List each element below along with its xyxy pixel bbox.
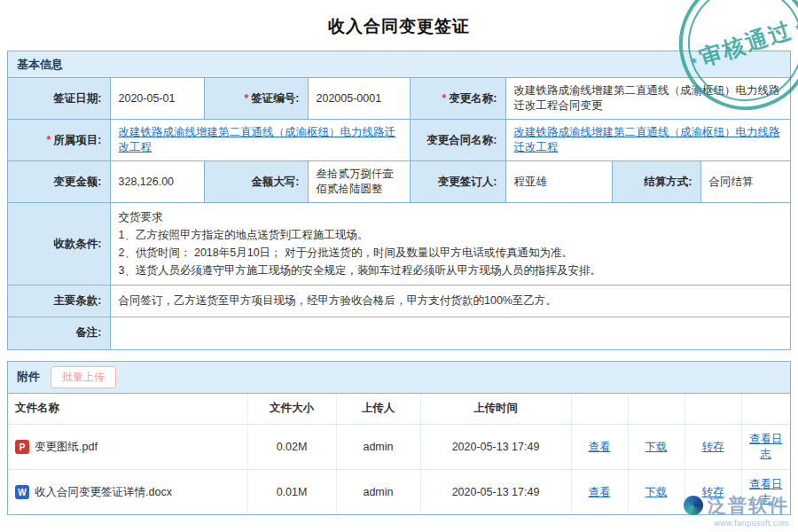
file-name-text: 收入合同变更签证详情.docx (35, 485, 172, 500)
basic-info-table: 签证日期: 2020-05-01 *签证编号: 202005-0001 *变更名… (8, 78, 790, 349)
pdf-file-icon: P (15, 440, 29, 454)
file-row: W 收入合同变更签证详情.docx 0.01M admin 2020-05-13… (8, 470, 790, 515)
change-name-label: *变更名称: (410, 78, 505, 120)
visa-date-value: 2020-05-01 (110, 78, 204, 120)
change-contract-value-cell: 改建铁路成渝线增建第二直通线（成渝枢纽）电力线路迁改工程 (505, 120, 790, 161)
visa-no-value: 202005-0001 (308, 78, 410, 120)
fanpu-url-text: www.fanpusoft.com (684, 519, 789, 528)
required-asterisk: * (442, 92, 446, 105)
change-contract-label: 变更合同名称: (410, 120, 505, 161)
attachments-title: 附件 (17, 369, 40, 385)
view-action-cell: 查看 (571, 470, 628, 515)
transfer-action-cell: 转存 (685, 425, 741, 470)
receipt-terms-label: 收款条件: (8, 203, 110, 286)
action-column-header (571, 394, 628, 425)
project-link[interactable]: 改建铁路成渝线增建第二直通线（成渝枢纽）电力线路迁改工程 (119, 126, 396, 153)
info-row-4: 收款条件: 交货要求 1、乙方按照甲方指定的地点送货到工程施工现场。 2、供货时… (8, 203, 790, 286)
amount-value: 328,126.00 (110, 161, 204, 203)
fanpu-logo-icon (684, 496, 703, 515)
settle-value: 合同结算 (700, 161, 790, 203)
change-contract-link[interactable]: 改建铁路成渝线增建第二直通线（成渝枢纽）电力线路迁改工程 (514, 126, 780, 153)
download-action-cell: 下载 (628, 470, 685, 515)
required-asterisk: * (46, 134, 51, 146)
file-name-text: 变更图纸.pdf (35, 440, 98, 455)
action-column-header (685, 394, 741, 425)
basic-info-header: 基本信息 (8, 51, 790, 78)
visa-date-label: 签证日期: (8, 78, 110, 120)
transfer-link[interactable]: 转存 (702, 441, 724, 453)
settle-label: 结算方式: (612, 161, 700, 203)
main-terms-value: 合同签订，乙方送货至甲方项目现场，经甲方验收合格后，甲方支付货款的100%至乙方… (110, 286, 790, 317)
info-row-1: 签证日期: 2020-05-01 *签证编号: 202005-0001 *变更名… (8, 78, 790, 120)
remark-label: 备注: (8, 317, 110, 349)
file-row: P 变更图纸.pdf 0.02M admin 2020-05-13 17:49 … (8, 425, 790, 470)
fanpu-brand-text: 泛普软件 (708, 493, 789, 518)
stamp-star-icon: ★ (687, 53, 699, 66)
download-link[interactable]: 下载 (645, 486, 668, 498)
attachments-header-row: 文件名称 文件大小 上传人 上传时间 (8, 394, 790, 425)
attachments-table: 文件名称 文件大小 上传人 上传时间 P 变更图纸.pdf 0.02M admi… (8, 394, 790, 515)
visa-no-label-text: 签证编号: (251, 92, 299, 105)
view-log-link[interactable]: 查看日志 (749, 433, 783, 460)
attachments-section: 附件 批量上传 文件名称 文件大小 上传人 上传时间 P 变更图纸.pdf 0.… (7, 361, 791, 516)
signer-value: 程亚雄 (505, 161, 612, 203)
basic-info-title: 基本信息 (17, 57, 63, 73)
view-action-cell: 查看 (571, 425, 628, 470)
main-terms-label: 主要条款: (8, 286, 110, 317)
required-asterisk: * (244, 92, 248, 105)
file-size-cell: 0.02M (247, 425, 336, 470)
word-file-icon: W (15, 485, 29, 499)
amount-words-label: 金额大写: (204, 161, 308, 203)
visa-no-label: *签证编号: (204, 78, 308, 120)
signer-label: 变更签订人: (410, 161, 505, 203)
download-link[interactable]: 下载 (645, 441, 668, 453)
batch-upload-button[interactable]: 批量上传 (51, 366, 116, 388)
receipt-terms-value: 交货要求 1、乙方按照甲方指定的地点送货到工程施工现场。 2、供货时间： 201… (110, 203, 790, 286)
project-label: *所属项目: (8, 120, 110, 161)
download-action-cell: 下载 (628, 425, 685, 470)
upload-time-column-header: 上传时间 (420, 394, 571, 425)
info-row-3: 变更金额: 328,126.00 金额大写: 叁拾贰万捌仟壹佰贰拾陆圆整 变更签… (8, 161, 790, 203)
view-link[interactable]: 查看 (589, 486, 611, 498)
uploader-cell: admin (336, 425, 420, 470)
change-name-label-text: 变更名称: (449, 92, 497, 105)
amount-label: 变更金额: (8, 161, 110, 203)
view-log-action-cell: 查看日志 (741, 425, 790, 470)
view-link[interactable]: 查看 (589, 441, 611, 453)
info-row-5: 主要条款: 合同签订，乙方送货至甲方项目现场，经甲方验收合格后，甲方支付货款的1… (8, 286, 790, 317)
file-name-cell: W 收入合同变更签证详情.docx (8, 470, 247, 515)
remark-value (110, 317, 790, 349)
upload-time-cell: 2020-05-13 17:49 (420, 470, 571, 515)
stamp-text: 审核通过 (696, 15, 796, 73)
upload-time-cell: 2020-05-13 17:49 (420, 425, 571, 470)
file-name-column-header: 文件名称 (8, 394, 247, 425)
info-row-6: 备注: (8, 317, 790, 349)
uploader-cell: admin (336, 470, 420, 515)
file-size-column-header: 文件大小 (247, 394, 336, 425)
attachments-header: 附件 批量上传 (8, 362, 790, 394)
fanpu-watermark: 泛普软件 www.fanpusoft.com (684, 493, 789, 528)
action-column-header (741, 394, 790, 425)
project-value-cell: 改建铁路成渝线增建第二直通线（成渝枢纽）电力线路迁改工程 (110, 120, 410, 161)
stamp-star-icon: ★ (792, 20, 798, 33)
uploader-column-header: 上传人 (336, 394, 420, 425)
action-column-header (628, 394, 685, 425)
project-label-text: 所属项目: (53, 134, 101, 146)
file-size-cell: 0.01M (247, 470, 336, 515)
info-row-2: *所属项目: 改建铁路成渝线增建第二直通线（成渝枢纽）电力线路迁改工程 变更合同… (8, 120, 790, 161)
file-name-cell: P 变更图纸.pdf (8, 425, 247, 470)
amount-words-value: 叁拾贰万捌仟壹佰贰拾陆圆整 (308, 161, 410, 203)
basic-info-section: 基本信息 签证日期: 2020-05-01 *签证编号: 202005-0001… (7, 51, 791, 350)
